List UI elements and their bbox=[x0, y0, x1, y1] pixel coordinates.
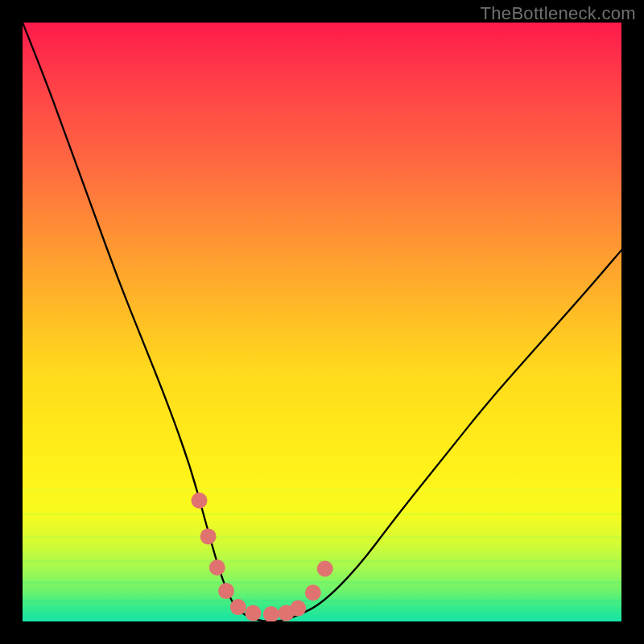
marker-dot bbox=[209, 559, 225, 576]
marker-dot bbox=[305, 584, 321, 601]
plot-area bbox=[23, 23, 621, 621]
marker-dot bbox=[245, 605, 261, 621]
marker-group bbox=[192, 493, 333, 621]
chart-svg bbox=[23, 23, 621, 621]
marker-dot bbox=[192, 493, 208, 509]
marker-dot bbox=[263, 606, 279, 621]
marker-dot bbox=[317, 561, 333, 577]
chart-frame: TheBottleneck.com bbox=[0, 0, 644, 644]
marker-dot bbox=[200, 528, 217, 544]
marker-dot bbox=[218, 583, 234, 599]
bottleneck-curve bbox=[23, 23, 621, 621]
watermark-text: TheBottleneck.com bbox=[481, 3, 636, 24]
marker-dot bbox=[230, 599, 246, 615]
marker-dot bbox=[290, 601, 306, 617]
